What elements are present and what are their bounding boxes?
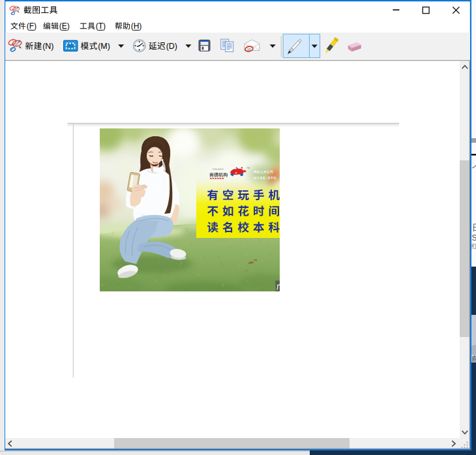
svg-text:NYSE:STG: NYSE:STG <box>254 175 277 180</box>
svg-text:TM: TM <box>246 167 250 169</box>
svg-text:(H): (H) <box>131 22 142 31</box>
svg-text:SUNLANDS: SUNLANDS <box>213 168 224 171</box>
svg-text:(F): (F) <box>27 22 37 31</box>
svg-text:红: 红 <box>471 242 476 250</box>
svg-text:(M): (M) <box>98 42 110 51</box>
svg-text:(T): (T) <box>96 22 106 31</box>
svg-text:(N): (N) <box>42 42 53 51</box>
svg-text:S: S <box>472 233 476 242</box>
svg-text:(E): (E) <box>59 22 70 31</box>
svg-text:(D): (D) <box>166 42 177 51</box>
